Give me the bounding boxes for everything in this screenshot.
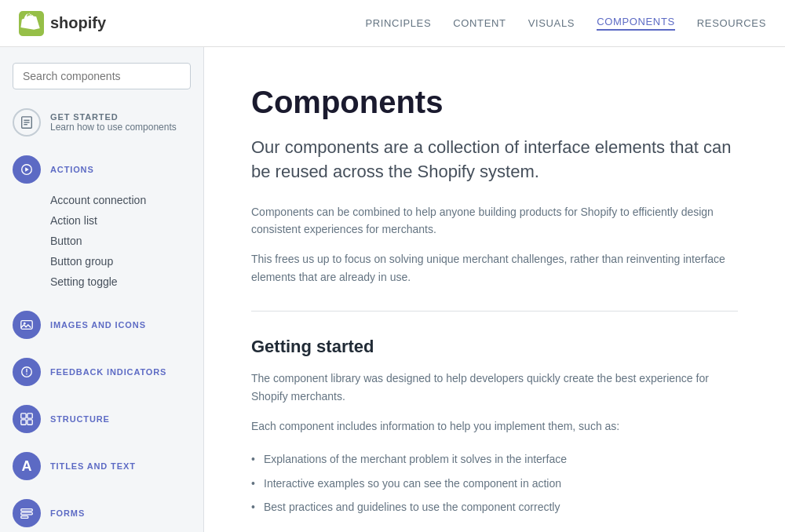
svg-point-10 (26, 373, 27, 374)
section-divider (251, 311, 738, 312)
actions-icon (13, 155, 41, 184)
sidebar-group-get-started: GET STARTED Learn how to use components (0, 102, 203, 143)
main-nav: PRINCIPLES CONTENT VISUALS COMPONENTS RE… (365, 16, 766, 31)
sidebar-item-button[interactable]: Button (50, 231, 191, 251)
svg-rect-16 (21, 512, 32, 515)
feedback-label: FEEDBACK INDICATORS (50, 367, 166, 377)
logo[interactable]: shopify (19, 11, 106, 36)
get-started-label: GET STARTED (50, 112, 177, 122)
structure-icon (13, 405, 41, 433)
sidebar-group-actions: ACTIONS Account connection Action list B… (0, 149, 203, 298)
page-layout: GET STARTED Learn how to use components … (0, 47, 785, 532)
nav-item-visuals[interactable]: VISUALS (528, 17, 575, 29)
sidebar-item-action-list[interactable]: Action list (50, 210, 191, 231)
nav-item-resources[interactable]: RESOURCES (697, 17, 766, 29)
getting-started-desc-2: Each component includes information to h… (251, 417, 738, 435)
forms-icon (13, 499, 41, 527)
nav-item-components[interactable]: COMPONENTS (597, 16, 675, 31)
sidebar-group-actions-header[interactable]: ACTIONS (0, 149, 203, 190)
page-subtitle: Our components are a collection of inter… (251, 136, 738, 184)
svg-rect-11 (21, 414, 26, 418)
svg-rect-14 (27, 420, 32, 425)
sidebar-item-account-connection[interactable]: Account connection (50, 190, 191, 210)
sidebar-group-feedback-header[interactable]: FEEDBACK INDICATORS (0, 352, 203, 392)
sidebar-group-structure-header[interactable]: STRUCTURE (0, 399, 203, 439)
sidebar-group-titles-text: A TITLES AND TEXT (0, 446, 203, 486)
structure-label: STRUCTURE (50, 414, 110, 424)
get-started-subtitle: Learn how to use components (50, 122, 177, 133)
logo-text: shopify (50, 14, 106, 32)
list-item: Explanations of the merchant problem it … (251, 447, 738, 471)
sidebar-item-button-group[interactable]: Button group (50, 251, 191, 271)
sidebar-group-forms-header[interactable]: FORMS (0, 493, 203, 532)
list-item: Best practices and guidelines to use the… (251, 495, 738, 519)
images-icon (13, 311, 41, 339)
get-started-icon (13, 108, 41, 137)
main-content: Components Our components are a collecti… (204, 47, 785, 532)
search-wrap (0, 63, 203, 102)
sidebar-group-images-icons: IMAGES AND ICONS (0, 304, 203, 345)
shopify-logo-icon (19, 11, 44, 36)
page-desc-1: Components can be combined to help anyon… (251, 203, 738, 239)
titles-icon: A (13, 452, 41, 480)
sidebar-group-structure: STRUCTURE (0, 399, 203, 439)
nav-item-principles[interactable]: PRINCIPLES (365, 17, 431, 29)
page-desc-2: This frees us up to focus on solving uni… (251, 250, 738, 286)
get-started-label-group: GET STARTED Learn how to use components (50, 112, 177, 133)
sidebar-group-feedback: FEEDBACK INDICATORS (0, 352, 203, 392)
getting-started-desc-1: The component library was designed to he… (251, 370, 738, 405)
sidebar: GET STARTED Learn how to use components … (0, 47, 204, 532)
actions-sub-items: Account connection Action list Button Bu… (0, 190, 203, 298)
list-item: Interactive examples so you can see the … (251, 472, 738, 495)
images-icons-label: IMAGES AND ICONS (50, 320, 146, 330)
sidebar-group-titles-header[interactable]: A TITLES AND TEXT (0, 446, 203, 486)
titles-label: TITLES AND TEXT (50, 461, 136, 471)
forms-label: FORMS (50, 508, 85, 518)
nav-item-content[interactable]: CONTENT (453, 17, 506, 29)
sidebar-item-setting-toggle[interactable]: Setting toggle (50, 271, 191, 292)
feedback-icon (13, 358, 41, 386)
svg-rect-12 (27, 414, 32, 418)
header: shopify PRINCIPLES CONTENT VISUALS COMPO… (0, 0, 785, 47)
svg-rect-17 (21, 516, 28, 519)
actions-label: ACTIONS (50, 165, 94, 174)
getting-started-title: Getting started (251, 337, 738, 357)
search-input[interactable] (13, 63, 191, 89)
page-title: Components (251, 85, 738, 120)
svg-rect-13 (21, 420, 26, 425)
sidebar-group-forms: FORMS (0, 493, 203, 532)
feature-list: Explanations of the merchant problem it … (251, 447, 738, 519)
sidebar-group-images-header[interactable]: IMAGES AND ICONS (0, 304, 203, 345)
svg-rect-15 (21, 509, 32, 512)
sidebar-group-get-started-header[interactable]: GET STARTED Learn how to use components (0, 102, 203, 143)
